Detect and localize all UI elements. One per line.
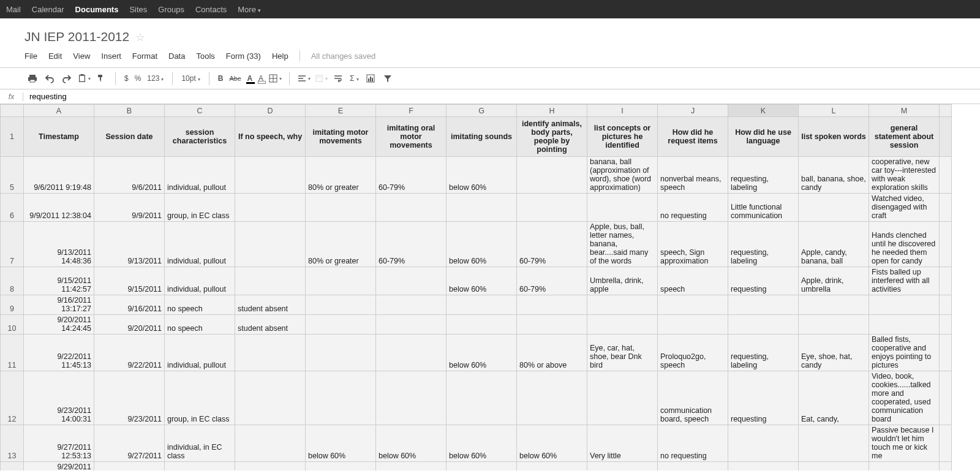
wrap-text-icon[interactable] — [330, 70, 346, 86]
row-header[interactable]: 13 — [1, 425, 24, 462]
print-icon[interactable] — [24, 70, 40, 86]
cell[interactable]: individual, pullout — [165, 157, 235, 194]
nav-groups[interactable]: Groups — [158, 5, 184, 14]
cell[interactable] — [376, 371, 447, 425]
cell[interactable] — [306, 194, 376, 222]
menu-format[interactable]: Format — [132, 51, 157, 61]
cell[interactable]: 9/13/2011 — [94, 222, 165, 267]
cell[interactable]: speech — [658, 267, 728, 295]
cell[interactable] — [728, 425, 799, 462]
cell[interactable] — [447, 462, 517, 471]
cell[interactable]: individual, pullout — [165, 222, 235, 267]
borders-icon[interactable] — [267, 70, 283, 86]
cell[interactable] — [235, 194, 306, 222]
cell[interactable]: 9/16/2011 13:17:27 — [24, 295, 94, 315]
cell[interactable] — [517, 194, 587, 222]
row-header[interactable]: 10 — [1, 315, 24, 335]
redo-icon[interactable] — [59, 70, 75, 86]
cell[interactable]: 9/22/2011 11:45:13 — [24, 335, 94, 371]
cell[interactable] — [940, 157, 952, 194]
cell[interactable] — [940, 117, 952, 157]
cell[interactable] — [940, 267, 952, 295]
nav-sites[interactable]: Sites — [129, 5, 147, 14]
nav-more[interactable]: More — [238, 5, 261, 14]
cell[interactable]: 80% or greater — [306, 157, 376, 194]
cell[interactable]: below 60% — [447, 425, 517, 462]
cell[interactable]: Hands clenched until he discovered he ne… — [869, 222, 940, 267]
cell[interactable]: Eat, candy, — [799, 371, 869, 425]
menu-tools[interactable]: Tools — [196, 51, 214, 61]
cell[interactable]: requesting — [728, 267, 799, 295]
strike-button[interactable]: Abc — [227, 75, 243, 82]
column-header[interactable]: J — [658, 105, 728, 117]
column-header[interactable]: B — [94, 105, 165, 117]
cell[interactable]: 9/9/2011 — [94, 194, 165, 222]
cell[interactable]: group, in EC class — [165, 371, 235, 425]
cell[interactable]: individual, pullout — [165, 335, 235, 371]
header-cell[interactable]: imitating motor movements — [306, 117, 376, 157]
column-header[interactable]: D — [235, 105, 306, 117]
currency-button[interactable]: $ — [122, 74, 131, 83]
cell[interactable]: Umbrella, drink, apple — [587, 267, 658, 295]
header-cell[interactable]: list concepts or pictures he identified — [587, 117, 658, 157]
column-header[interactable]: M — [869, 105, 940, 117]
cell[interactable] — [587, 295, 658, 315]
cell[interactable]: requesting, labeling — [728, 157, 799, 194]
column-header[interactable]: G — [447, 105, 517, 117]
cell[interactable]: below 60% — [447, 335, 517, 371]
filter-icon[interactable] — [380, 70, 396, 86]
functions-button[interactable]: Σ — [347, 74, 361, 83]
undo-icon[interactable] — [42, 70, 58, 86]
cell[interactable] — [235, 267, 306, 295]
cell[interactable]: Proloquo2go, speech — [658, 335, 728, 371]
percent-button[interactable]: % — [132, 74, 144, 83]
cell[interactable]: 9/29/2011 — [94, 462, 165, 471]
column-header[interactable]: A — [24, 105, 94, 117]
cell[interactable]: group, in EC class — [165, 194, 235, 222]
cell[interactable] — [658, 295, 728, 315]
cell[interactable]: 9/27/2011 — [94, 425, 165, 462]
cell[interactable]: 9/20/2011 — [94, 315, 165, 335]
cell[interactable] — [587, 194, 658, 222]
cell[interactable] — [587, 315, 658, 335]
cell[interactable] — [376, 335, 447, 371]
nav-calendar[interactable]: Calendar — [32, 5, 64, 14]
column-header[interactable]: C — [165, 105, 235, 117]
cell[interactable] — [447, 295, 517, 315]
cell[interactable]: nonverbal means, speech — [658, 157, 728, 194]
cell[interactable] — [799, 462, 869, 471]
cell[interactable] — [447, 315, 517, 335]
cell[interactable]: Passive because I wouldn't let him touch… — [869, 425, 940, 462]
cell[interactable]: no speech — [165, 462, 235, 471]
cell[interactable]: student absent — [235, 315, 306, 335]
cell[interactable]: Eye, car, hat, shoe, bear Dnk bird — [587, 335, 658, 371]
cell[interactable]: student absent — [235, 295, 306, 315]
cell[interactable] — [728, 295, 799, 315]
cell[interactable] — [376, 315, 447, 335]
cell[interactable] — [587, 462, 658, 471]
cell[interactable] — [940, 194, 952, 222]
menu-edit[interactable]: Edit — [48, 51, 62, 61]
header-cell[interactable]: How did he request items — [658, 117, 728, 157]
cell[interactable] — [940, 335, 952, 371]
column-header[interactable]: F — [376, 105, 447, 117]
header-cell[interactable]: general statement about session — [869, 117, 940, 157]
align-icon[interactable] — [296, 70, 312, 86]
cell[interactable] — [799, 315, 869, 335]
cell[interactable]: 9/20/2011 14:24:45 — [24, 315, 94, 335]
column-header[interactable]: E — [306, 105, 376, 117]
cell[interactable]: 60-79% — [376, 157, 447, 194]
cell[interactable] — [869, 462, 940, 471]
cell[interactable] — [869, 315, 940, 335]
column-header[interactable]: L — [799, 105, 869, 117]
cell[interactable] — [799, 425, 869, 462]
cell[interactable]: 60-79% — [517, 222, 587, 267]
row-header[interactable]: 12 — [1, 371, 24, 425]
cell[interactable]: 9/15/2011 — [94, 267, 165, 295]
cell[interactable] — [587, 371, 658, 425]
cell[interactable]: 9/23/2011 14:00:31 — [24, 371, 94, 425]
cell[interactable] — [447, 371, 517, 425]
cell[interactable] — [940, 462, 952, 471]
cell[interactable] — [940, 222, 952, 267]
cell[interactable] — [376, 194, 447, 222]
